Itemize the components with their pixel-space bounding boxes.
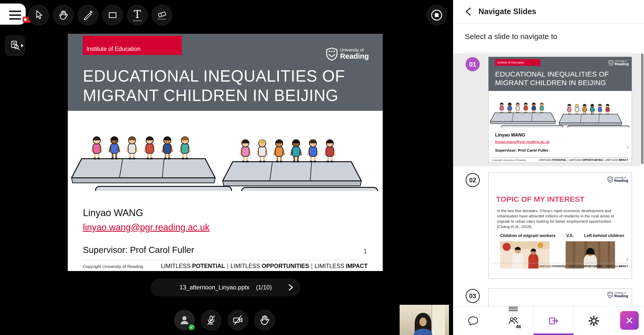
next-chevron-icon[interactable]: [286, 283, 295, 292]
my-status-button[interactable]: ✓: [174, 310, 195, 330]
pencil-tool-button[interactable]: [78, 5, 98, 25]
logo-line1: University of: [340, 48, 369, 52]
camera-button[interactable]: [228, 310, 248, 330]
microphone-muted-icon: [205, 314, 218, 327]
settings-icon: [587, 314, 600, 327]
mini-university-logo: University ofReading: [607, 176, 628, 183]
tab-attendees[interactable]: 46: [493, 306, 533, 335]
slide-author: Linyao WANG: [83, 208, 143, 218]
photo-left-behind-children: [566, 241, 615, 269]
tab-share-content[interactable]: [533, 306, 574, 335]
self-video-frame: [400, 305, 449, 335]
stop-recording-button[interactable]: [426, 5, 447, 25]
institute-banner-label: Institute of Education: [86, 46, 141, 52]
back-chevron-icon: [463, 6, 474, 17]
slide-title: EDUCATIONAL INEQUALITIES OF MIGRANT CHIL…: [83, 66, 345, 105]
slide-page-number: 1: [364, 247, 367, 255]
expand-arrow-icon: [21, 44, 23, 47]
raise-hand-icon: [258, 314, 271, 327]
microphone-button[interactable]: [201, 310, 221, 330]
slide-supervisor: Supervisor: Prof Carol Fuller: [83, 245, 194, 255]
slide2-body: In the last four decades, China's rapid …: [497, 208, 623, 229]
mini-slide1-header: Institute of Education University ofRead…: [489, 57, 632, 91]
slide-thumbnail-3[interactable]: University ofReading: [488, 288, 632, 307]
shape-tool-button[interactable]: [102, 5, 123, 25]
slide-email-link[interactable]: linyao.wang@pgr.reading.ac.uk: [83, 222, 210, 233]
text-tool-icon: T: [133, 9, 141, 21]
list-divider: [465, 52, 633, 52]
slide2-page-number: 2: [626, 258, 628, 261]
slide-nav-item-2[interactable]: 02 University ofReading TOPIC OF MY INTE…: [453, 169, 640, 282]
uor-shield-icon: [607, 176, 613, 183]
slide-number-badge-1: 01: [466, 57, 480, 71]
attendees-list-lines-icon: [509, 307, 518, 312]
slide2-compare-row: Children of migrant workers V.S. Left-be…: [500, 233, 624, 238]
panel-title: Navigate Slides: [478, 7, 536, 16]
panel-tab-bar: 46: [453, 306, 644, 335]
pencil-tool-icon: [82, 9, 94, 21]
session-menu-button[interactable]: [0, 4, 26, 25]
children-illustration-mini: [489, 91, 632, 127]
mini-university-logo: University ofReading: [608, 60, 629, 66]
share-content-icon: [547, 314, 560, 327]
slide-number-badge-2: 02: [466, 173, 480, 187]
tab-settings[interactable]: [574, 306, 614, 335]
presentation-file-pill[interactable]: 13_afternoon_Linyao.pptx (1/10): [151, 278, 301, 296]
pointer-tool-button[interactable]: [28, 5, 49, 25]
status-check-badge: ✓: [188, 323, 195, 331]
mini-institute-banner: Institute of Education: [495, 59, 540, 66]
raise-hand-button[interactable]: [254, 310, 275, 330]
pointer-tool-icon: [32, 9, 45, 21]
tab-chat[interactable]: [453, 306, 493, 335]
presentation-file-name: 13_afternoon_Linyao.pptx: [179, 284, 249, 291]
panel-scrollbar[interactable]: [641, 53, 643, 164]
university-logo: University of Reading: [326, 47, 369, 61]
whiteboard-stage: T Institute of Education: [0, 0, 453, 335]
attendee-count-badge: 46: [513, 323, 524, 330]
slide2-heading: TOPIC OF MY INTEREST: [496, 195, 585, 204]
camera-off-icon: [231, 314, 244, 327]
zoom-document-button[interactable]: [5, 35, 25, 56]
close-panel-button[interactable]: [620, 311, 639, 330]
institute-banner: Institute of Education: [83, 36, 182, 55]
presentation-page-indicator: (1/10): [256, 284, 272, 291]
pan-tool-button[interactable]: [53, 5, 74, 25]
stop-recording-icon: [430, 8, 444, 22]
panel-back-button[interactable]: [463, 6, 474, 17]
uor-shield-icon: [607, 292, 613, 298]
photo-children-of-migrant-workers: [500, 241, 550, 269]
uor-shield-icon: [326, 47, 338, 61]
navigate-slides-panel: Navigate Slides Select a slide to naviga…: [453, 0, 644, 335]
slide-footer: Copyright University of Reading LIMITLES…: [83, 260, 368, 270]
zoom-document-icon: [9, 39, 22, 52]
presentation-canvas[interactable]: Institute of Education University of Rea…: [68, 34, 383, 271]
menu-icon: [9, 11, 21, 22]
eraser-tool-button[interactable]: [152, 5, 172, 25]
slide-tagline: LIMITLESS POTENTIAL|LIMITLESS OPPORTUNIT…: [161, 263, 368, 270]
panel-subtitle: Select a slide to navigate to: [465, 32, 557, 41]
slide-header-band: Institute of Education University of Rea…: [68, 34, 383, 111]
slide-nav-item-1[interactable]: 01 Institute of Education University ofR…: [453, 53, 640, 166]
mini-university-logo: University ofReading: [607, 292, 628, 298]
logo-line2: Reading: [340, 52, 369, 60]
slide-thumbnail-2[interactable]: University ofReading TOPIC OF MY INTERES…: [488, 173, 632, 279]
pan-tool-icon: [57, 9, 70, 21]
eraser-tool-icon: [156, 9, 168, 21]
close-panel-icon: [624, 315, 635, 326]
slide-thumbnail-1[interactable]: Institute of Education University ofRead…: [488, 57, 632, 163]
panel-header: Navigate Slides: [453, 0, 644, 23]
mini-slide-title: EDUCATIONAL INEQUALITIES OF MIGRANT CHIL…: [495, 70, 609, 87]
children-illustration: [68, 111, 383, 191]
chat-icon: [467, 314, 480, 327]
collaborate-app: T Institute of Education: [0, 0, 644, 335]
slide-copyright: Copyright University of Reading: [83, 264, 143, 269]
self-video-thumbnail[interactable]: [400, 305, 449, 335]
uor-shield-icon: [608, 60, 614, 66]
shape-tool-icon: [106, 9, 119, 21]
slide-number-badge-3: 03: [466, 289, 480, 303]
text-tool-button[interactable]: T: [127, 5, 148, 25]
